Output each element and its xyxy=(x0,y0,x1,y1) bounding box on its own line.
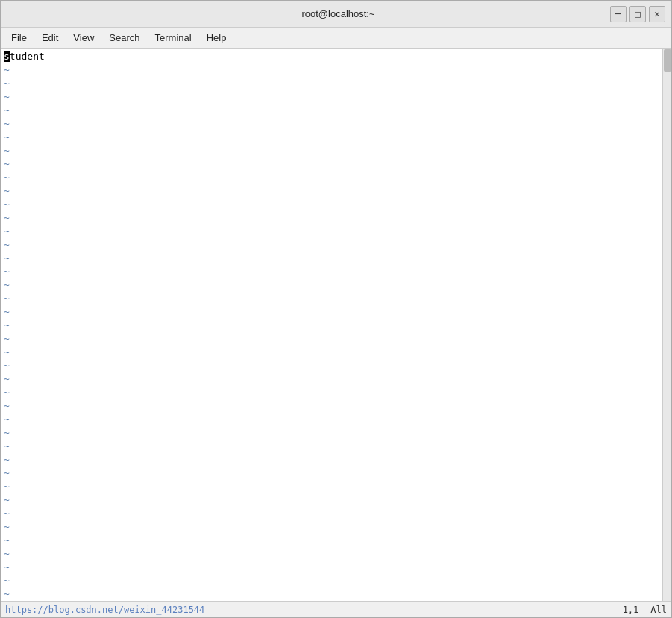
editor-content[interactable]: student ~ ~ ~ ~ ~ ~ ~ ~ ~ ~ ~ ~ ~ ~ ~ ~ … xyxy=(1,49,671,601)
editor-line-10: ~ xyxy=(4,171,668,184)
editor-lines: student ~ ~ ~ ~ ~ ~ ~ ~ ~ ~ ~ ~ ~ ~ ~ ~ … xyxy=(4,50,668,601)
editor-line-4: ~ xyxy=(4,90,668,104)
scroll-thumb[interactable] xyxy=(664,49,671,72)
editor-line-33: ~ xyxy=(4,480,668,493)
status-bar: https://blog.csdn.net/weixin_44231544 1,… xyxy=(1,601,671,617)
window-title: root@localhost:~ xyxy=(66,8,610,19)
editor-line-14: ~ xyxy=(4,225,668,238)
editor-line-7: ~ xyxy=(4,131,668,144)
status-all: All xyxy=(650,605,667,615)
menu-file[interactable]: File xyxy=(4,30,34,46)
editor-line-27: ~ xyxy=(4,399,668,413)
editor-line-34: ~ xyxy=(4,493,668,507)
editor-line-17: ~ xyxy=(4,265,668,278)
editor-line-26: ~ xyxy=(4,386,668,399)
editor-line-39: ~ xyxy=(4,561,668,574)
editor-line-9: ~ xyxy=(4,157,668,171)
editor-line-38: ~ xyxy=(4,547,668,561)
editor-line-11: ~ xyxy=(4,184,668,198)
editor-line-25: ~ xyxy=(4,372,668,386)
editor-area[interactable]: student ~ ~ ~ ~ ~ ~ ~ ~ ~ ~ ~ ~ ~ ~ ~ ~ … xyxy=(1,49,671,601)
editor-line-12: ~ xyxy=(4,198,668,211)
editor-line-1: student xyxy=(4,50,668,63)
minimize-button[interactable]: ─ xyxy=(610,6,627,22)
editor-line-35: ~ xyxy=(4,507,668,520)
status-position: 1,1 xyxy=(623,605,639,615)
editor-line-15: ~ xyxy=(4,238,668,252)
editor-line-5: ~ xyxy=(4,104,668,117)
editor-line-21: ~ xyxy=(4,319,668,332)
menu-bar: File Edit View Search Terminal Help xyxy=(1,28,671,49)
main-window: root@localhost:~ ─ □ ✕ File Edit View Se… xyxy=(0,0,672,618)
scrollbar[interactable] xyxy=(662,49,671,601)
editor-line-24: ~ xyxy=(4,359,668,372)
title-bar: root@localhost:~ ─ □ ✕ xyxy=(1,1,671,28)
editor-line-29: ~ xyxy=(4,426,668,440)
editor-line-19: ~ xyxy=(4,292,668,305)
editor-line-28: ~ xyxy=(4,413,668,426)
menu-search[interactable]: Search xyxy=(101,30,147,46)
menu-edit[interactable]: Edit xyxy=(34,30,66,46)
cursor: s xyxy=(4,51,10,62)
editor-line-37: ~ xyxy=(4,534,668,547)
editor-line-31: ~ xyxy=(4,453,668,466)
editor-line-16: ~ xyxy=(4,252,668,265)
close-button[interactable]: ✕ xyxy=(649,6,665,22)
editor-line-32: ~ xyxy=(4,466,668,480)
maximize-button[interactable]: □ xyxy=(629,6,646,22)
menu-terminal[interactable]: Terminal xyxy=(148,30,199,46)
status-url: https://blog.csdn.net/weixin_44231544 xyxy=(5,605,204,615)
editor-line-20: ~ xyxy=(4,305,668,319)
editor-line-36: ~ xyxy=(4,520,668,534)
menu-view[interactable]: View xyxy=(66,30,101,46)
editor-line-2: ~ xyxy=(4,63,668,77)
status-right: 1,1 All xyxy=(623,605,667,615)
line-1-text: student xyxy=(4,50,45,63)
editor-line-6: ~ xyxy=(4,117,668,131)
editor-line-8: ~ xyxy=(4,144,668,157)
editor-line-18: ~ xyxy=(4,278,668,292)
editor-line-22: ~ xyxy=(4,332,668,346)
editor-line-30: ~ xyxy=(4,440,668,453)
editor-line-13: ~ xyxy=(4,211,668,225)
window-controls: ─ □ ✕ xyxy=(610,6,665,22)
editor-line-41: ~ xyxy=(4,587,668,601)
editor-line-3: ~ xyxy=(4,77,668,90)
menu-help[interactable]: Help xyxy=(199,30,234,46)
editor-line-40: ~ xyxy=(4,574,668,587)
editor-line-23: ~ xyxy=(4,346,668,359)
